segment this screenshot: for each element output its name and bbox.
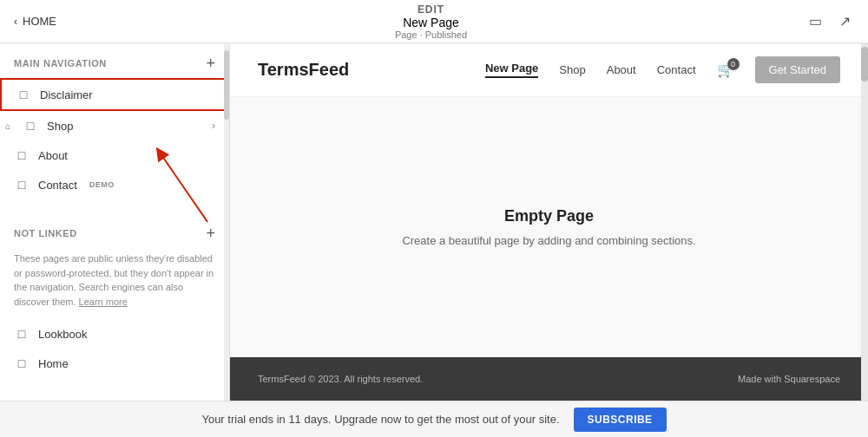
add-main-nav-button[interactable]: +: [206, 55, 215, 71]
add-not-linked-button[interactable]: +: [206, 225, 215, 241]
sidebar-item-disclaimer[interactable]: □ Disclaimer: [0, 78, 229, 111]
footer-made-with: Made with Squarespace: [738, 374, 840, 384]
website-body: Empty Page Create a beautiful page by ad…: [230, 97, 868, 357]
sidebar-item-home[interactable]: □ Home: [0, 349, 229, 378]
sidebar-item-lookbook[interactable]: □ Lookbook: [0, 319, 229, 349]
website-frame: TermsFeed New Page Shop About Contact 🛒 …: [230, 43, 868, 401]
sidebar-item-shop-label: Shop: [47, 120, 73, 133]
back-chevron-icon: ‹: [14, 16, 17, 28]
demo-badge: DEMO: [89, 180, 115, 189]
main-layout: MAIN NAVIGATION + □ Disclaimer ⌂ □ Shop …: [0, 43, 868, 401]
empty-page-desc: Create a beautiful page by adding and co…: [402, 234, 695, 247]
page-title: New Page: [395, 16, 467, 29]
nav-shop[interactable]: Shop: [559, 63, 585, 76]
not-linked-section: NOT LINKED +: [0, 213, 229, 248]
nav-new-page[interactable]: New Page: [485, 62, 538, 78]
footer-copyright: TermsFeed © 2023. All rights reserved.: [258, 374, 423, 384]
nav-contact[interactable]: Contact: [657, 63, 696, 76]
empty-page-title: Empty Page: [504, 207, 594, 225]
trial-bar: Your trial ends in 11 days. Upgrade now …: [0, 401, 868, 437]
shop-page-icon: □: [23, 118, 38, 134]
sidebar-item-lookbook-label: Lookbook: [38, 328, 87, 341]
nav-about[interactable]: About: [607, 63, 636, 76]
back-button[interactable]: ‹ HOME: [14, 15, 56, 28]
back-label: HOME: [23, 15, 56, 28]
lookbook-page-icon: □: [14, 326, 30, 342]
home-page-icon: □: [14, 355, 30, 371]
cart-badge: 0: [727, 58, 740, 70]
home-indicator-icon: ⌂: [5, 121, 10, 131]
shop-expand-icon: ›: [212, 120, 215, 132]
sidebar-item-contact[interactable]: □ Contact DEMO: [0, 170, 229, 199]
about-page-icon: □: [14, 147, 30, 163]
sidebar: MAIN NAVIGATION + □ Disclaimer ⌂ □ Shop …: [0, 43, 230, 401]
page-status: Page · Published: [395, 29, 467, 40]
website-nav: New Page Shop About Contact 🛒 0 Get Star…: [485, 56, 840, 83]
main-nav-label: MAIN NAVIGATION: [14, 58, 107, 68]
get-started-button[interactable]: Get Started: [755, 56, 840, 83]
cart-container[interactable]: 🛒 0: [717, 62, 734, 78]
website-logo: TermsFeed: [258, 60, 349, 80]
preview-scrollbar-thumb: [861, 47, 868, 82]
not-linked-label: NOT LINKED: [14, 228, 77, 238]
sidebar-item-contact-label: Contact: [38, 179, 77, 192]
sidebar-item-shop[interactable]: ⌂ □ Shop ›: [0, 111, 229, 140]
sidebar-scroll-track: [224, 43, 229, 401]
edit-label: EDIT: [395, 3, 467, 16]
contact-page-icon: □: [14, 177, 30, 192]
trial-message: Your trial ends in 11 days. Upgrade now …: [201, 413, 559, 426]
sidebar-item-about[interactable]: □ About: [0, 140, 229, 170]
sidebar-scroll-thumb: [224, 50, 229, 120]
subscribe-button[interactable]: SUBSCRIBE: [574, 408, 667, 432]
website-footer: TermsFeed © 2023. All rights reserved. M…: [230, 357, 868, 401]
website-header: TermsFeed New Page Shop About Contact 🛒 …: [230, 43, 868, 97]
page-info: EDIT New Page Page · Published: [395, 3, 467, 40]
learn-more-link[interactable]: Learn more: [79, 297, 128, 307]
mobile-preview-button[interactable]: ▭: [806, 10, 825, 33]
topbar-actions: ▭ ↗: [806, 10, 854, 33]
sidebar-item-home-label: Home: [38, 357, 69, 370]
not-linked-description: These pages are public unless they're di…: [0, 248, 229, 319]
preview-content: TermsFeed New Page Shop About Contact 🛒 …: [230, 43, 868, 401]
main-nav-section: MAIN NAVIGATION +: [0, 43, 229, 78]
preview-scrollbar-track[interactable]: [861, 43, 868, 401]
disclaimer-page-icon: □: [16, 87, 31, 102]
sidebar-item-disclaimer-label: Disclaimer: [40, 88, 93, 101]
external-link-button[interactable]: ↗: [836, 10, 854, 33]
preview-area: TermsFeed New Page Shop About Contact 🛒 …: [230, 43, 868, 401]
top-bar: ‹ HOME EDIT New Page Page · Published ▭ …: [0, 0, 868, 43]
sidebar-item-about-label: About: [38, 149, 68, 162]
